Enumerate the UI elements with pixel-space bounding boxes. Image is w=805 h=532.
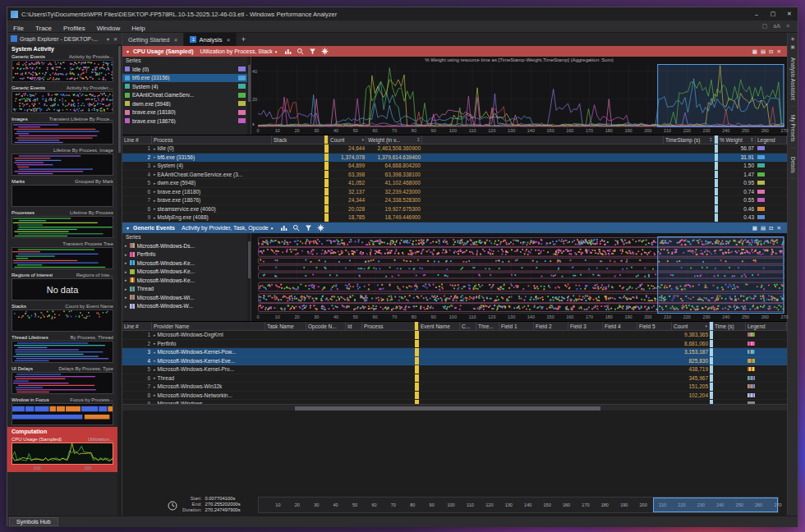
column-header-process[interactable]: Process: [362, 322, 415, 330]
series-row[interactable]: bf6.exe (33156): [122, 74, 251, 83]
table-row[interactable]: 7▸brave.exe (18676)24,34424,338.5283000.…: [122, 196, 787, 205]
graph-thumbnail-item[interactable]: Window in FocusFocus by Process...: [12, 396, 113, 425]
rail-tab-analysis-assistant[interactable]: Analysis Assistant: [790, 52, 796, 107]
pane-close-icon[interactable]: ✕: [113, 36, 118, 42]
table-row[interactable]: 6▸brave.exe (18180)32,13732,239.4230000.…: [122, 188, 787, 197]
chart-type-icon[interactable]: [283, 48, 292, 56]
table-row[interactable]: 3▸Microsoft-Windows-Kernel-Pow...3,153,1…: [122, 348, 787, 357]
settings-icon[interactable]: [320, 48, 329, 56]
view-graph-icon[interactable]: ▦: [752, 225, 757, 232]
graph-thumbnail-item[interactable]: Thread LifetimesBy Process, Thread: [12, 333, 113, 363]
menu-window[interactable]: Window: [91, 25, 126, 32]
column-header-pct[interactable]: % WeightΣ: [718, 135, 756, 144]
graph-explorer-header[interactable]: Graph Explorer - DESKTOP-... ▾ ✕: [7, 33, 122, 44]
symbols-hub-button[interactable]: Symbols Hub: [9, 517, 58, 526]
generic-panel-header[interactable]: ▾ Generic Events Activity by Provider, T…: [122, 222, 787, 233]
expander-icon[interactable]: ▸: [154, 172, 156, 177]
column-header-line[interactable]: Line #: [122, 322, 152, 330]
expander-icon[interactable]: ▸: [154, 384, 156, 389]
view-graph-icon[interactable]: ▦: [752, 48, 757, 55]
table-row[interactable]: 9▸MsMpEng.exe (4088)18,78518,749.4469000…: [122, 213, 787, 222]
graph-thumbnail-item[interactable]: ImagesTransient Lifetime By Proce...: [12, 115, 113, 144]
table-row[interactable]: 7▸Microsoft-Windows-Win32k151,205: [122, 383, 787, 392]
column-header-gap[interactable]: [422, 135, 664, 144]
column-header-weight[interactable]: Weight (in v...Σ: [366, 135, 422, 144]
expander-icon[interactable]: ▸: [154, 332, 156, 337]
series-row[interactable]: Idle (0): [122, 65, 251, 74]
column-header-count[interactable]: Count▾: [672, 322, 710, 330]
rail-tab-details[interactable]: Details: [790, 151, 796, 180]
column-header-line[interactable]: Line #: [122, 135, 152, 144]
menu-file[interactable]: File: [7, 25, 30, 32]
series-row[interactable]: System (4): [122, 82, 251, 91]
series-row[interactable]: brave.exe (18180): [122, 108, 251, 117]
view-table-icon[interactable]: ▤: [761, 225, 766, 232]
expander-icon[interactable]: ▸: [125, 260, 127, 265]
collapse-icon[interactable]: ▾: [126, 48, 129, 54]
series-row[interactable]: ▸Microsoft-Windows-Wi...: [122, 293, 251, 302]
expander-icon[interactable]: ▸: [154, 358, 156, 363]
column-header-f4[interactable]: Field 4: [603, 322, 637, 330]
dock-window-icon[interactable]: ⊡: [769, 48, 773, 55]
generic-chart[interactable]: 0102030405060708090100110120130140150160…: [251, 233, 787, 321]
expander-icon[interactable]: ▸: [125, 243, 127, 248]
expander-icon[interactable]: ▸: [154, 146, 156, 151]
search-icon[interactable]: [296, 48, 304, 56]
column-header-thread[interactable]: Thre...: [476, 322, 499, 330]
table-row[interactable]: 2▸bf6.exe (33156)1,374,0781,379,614.6394…: [122, 154, 787, 163]
expander-icon[interactable]: ▸: [125, 304, 127, 309]
column-header-f3[interactable]: Field 3: [568, 322, 603, 330]
graph-thumbnail-item[interactable]: Lifetime By Process, Image: [12, 146, 113, 176]
column-header-count[interactable]: Count▾: [329, 135, 366, 144]
column-header-task[interactable]: Task Name: [265, 322, 306, 330]
table-row[interactable]: 1▸Idle (0)24,6442,463,508.36090056.97: [122, 144, 787, 154]
series-row[interactable]: ▸Microsoft-Windows-Ke...: [122, 259, 251, 268]
generic-preset-dropdown[interactable]: Activity by Provider, Task, Opcode ▾: [179, 225, 275, 231]
expander-icon[interactable]: ▸: [154, 215, 156, 220]
expander-icon[interactable]: ▸: [125, 252, 127, 257]
filter-icon[interactable]: [308, 48, 316, 56]
menu-profiles[interactable]: Profiles: [58, 25, 91, 32]
series-row[interactable]: dwm.exe (5948): [122, 99, 251, 108]
table-row[interactable]: 8▸steamservice.exe (4060)20,02819,927.67…: [122, 205, 787, 214]
minimize-button[interactable]: –: [748, 7, 765, 21]
rail-icon-0[interactable]: ◈: [791, 35, 795, 41]
series-row[interactable]: ▸PerfInfo: [122, 250, 251, 259]
filter-icon[interactable]: [304, 224, 312, 232]
graph-thumbnail-item[interactable]: StacksCount by Event Name: [12, 302, 113, 332]
expander-icon[interactable]: ▸: [125, 287, 127, 291]
menubar-icon-0[interactable]: ▢: [762, 23, 768, 30]
column-header-provider[interactable]: Provider Name: [152, 322, 265, 330]
menu-trace[interactable]: Trace: [30, 25, 58, 32]
series-row[interactable]: ▸Microsoft-Windows-Ke...: [122, 268, 251, 277]
column-header-f1[interactable]: Field 1: [499, 322, 534, 330]
column-header-c[interactable]: C...: [460, 322, 476, 330]
expander-icon[interactable]: ▸: [154, 189, 156, 194]
menubar-icon-2[interactable]: ≡: [786, 23, 789, 30]
graph-thumbnail-item[interactable]: Generic EventsActivity by Provider,...: [12, 84, 113, 113]
column-header-id[interactable]: Id: [346, 322, 362, 330]
close-icon[interactable]: ✕: [777, 225, 781, 232]
cpu-panel-header[interactable]: ▾ CPU Usage (Sampled) Utilization by Pro…: [122, 46, 787, 57]
column-header-f2[interactable]: Field 2: [534, 322, 568, 330]
table-row[interactable]: 4▸EAAntiCheat.GameService.exe (3...63,39…: [122, 171, 787, 180]
cpu-preset-dropdown[interactable]: Utilization by Process, Stack ▾: [198, 48, 280, 54]
column-header-stack[interactable]: Stack: [272, 135, 324, 144]
table-row[interactable]: 6▸Thread345,967: [122, 374, 787, 383]
expander-icon[interactable]: ▸: [125, 269, 127, 274]
pane-menu-icon[interactable]: ▾: [106, 36, 110, 42]
generic-h-scrollbar[interactable]: [122, 404, 787, 410]
scrollbar-thumb[interactable]: [248, 65, 251, 102]
expander-icon[interactable]: ▸: [154, 350, 156, 355]
graph-thumbnail-item[interactable]: Regions of InterestRegions of Inte...No …: [12, 271, 113, 300]
table-row[interactable]: 4▸Microsoft-Windows-Kernel-Eve...825,830: [122, 357, 787, 366]
scrollbar-thumb[interactable]: [248, 241, 251, 278]
dock-window-icon[interactable]: ⊡: [769, 225, 773, 232]
series-row[interactable]: ▸Microsoft-Windows-Ke...: [122, 276, 251, 285]
expander-icon[interactable]: ▸: [154, 367, 156, 372]
column-header-legend[interactable]: Legend: [756, 135, 787, 144]
close-icon[interactable]: ✕: [777, 48, 781, 55]
expander-icon[interactable]: ▸: [125, 277, 127, 282]
expander-icon[interactable]: ▸: [154, 341, 156, 346]
graph-thumbnail-item[interactable]: CPU Usage (Sampled)Utilization...100200: [7, 435, 117, 472]
